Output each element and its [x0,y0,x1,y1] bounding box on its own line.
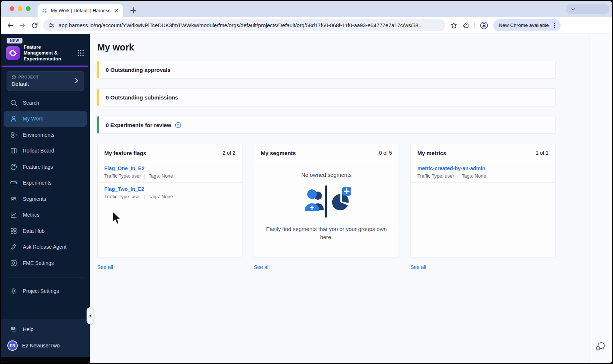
sidebar-item-segments[interactable]: Segments [4,191,87,207]
sidebar-nav: Search My Work Environments Rollout Boar… [1,95,90,299]
sidebar-item-feature-flags[interactable]: Feature flags [4,159,87,175]
alert-outstanding-submissions: 0 Outstanding submissions [97,88,556,106]
sidebar-item-label: Feature flags [23,164,53,170]
sidebar-item-ask-release-agent[interactable]: Ask Release Agent [4,239,87,255]
sidebar-bottom-edge [1,357,90,363]
my-segments-card: My segments 0 of 5 No owned segments [254,144,399,257]
tab-close-icon[interactable] [113,8,119,14]
feature-flag-row: Flag_One_In_E2 Traffic Type: user | Tags… [98,162,242,183]
window-close-button[interactable] [10,6,14,11]
user-menu[interactable]: EN E2 NewuserTwo [1,337,90,354]
project-label: PROJECT [18,75,39,79]
sidebar-item-label: Environments [23,132,55,138]
browser-tab[interactable]: My Work | Default | Harness [38,4,123,17]
sidebar-item-search[interactable]: Search [4,95,87,111]
reload-icon[interactable] [31,22,38,29]
module-grid-icon[interactable] [77,49,85,57]
window-zoom-button[interactable] [26,6,31,11]
alert-text: 0 Outstanding approvals [106,67,171,73]
sidebar: NEW Feature Management & Experimentation… [1,34,90,363]
traffic-type: Traffic Type: user [417,173,454,179]
window-minimize-button[interactable] [18,6,22,11]
url-text: app.harness.io/ng/account/YWdkwNPiTceDUK… [59,22,440,28]
card-title: My metrics [417,150,446,156]
app-title: Feature Management & Experimentation [24,44,67,62]
see-all-metrics-link[interactable]: See all [410,264,426,270]
user-icon [10,115,18,123]
feature-flag-row: Flag_Two_In_E2 Traffic Type: user | Tags… [98,183,242,203]
data-hub-icon [10,227,18,235]
sidebar-item-my-work[interactable]: My Work [4,111,87,127]
sidebar-item-label: Ask Release Agent [23,244,66,250]
sidebar-item-data-hub[interactable]: Data Hub [4,223,87,239]
right-panel-gutter [589,34,612,363]
profile-icon[interactable] [480,21,488,30]
sidebar-item-metrics[interactable]: Metrics [4,207,87,223]
board-columns-icon [10,147,18,155]
my-metrics-card: My metrics 1 of 1 metric-created-by-an-a… [410,144,556,257]
alert-experiments-for-review: 0 Experiments for review ? [97,116,556,134]
browser-titlebar: My Work | Default | Harness [1,1,612,17]
sidebar-item-fme-settings[interactable]: FME Settings [4,255,87,271]
sidebar-item-label: Data Hub [23,228,45,234]
svg-text:?: ? [13,328,14,330]
sidebar-item-label: Metrics [23,212,39,218]
kebab-menu-icon[interactable] [551,22,558,29]
metric-link[interactable]: metric-created-by-an-admin [417,165,549,171]
chevron-right-icon [74,78,79,83]
new-tab-icon[interactable] [129,6,138,15]
sidebar-item-label: My Work [23,116,43,122]
sidebar-footer: ? Help EN E2 NewuserTwo [1,319,90,358]
sparkles-icon [10,243,18,251]
extensions-icon[interactable] [462,22,470,29]
sidebar-item-help[interactable]: ? Help [4,322,87,338]
collapse-arrow-icon [89,314,92,318]
chrome-update-label: New Chrome available [499,22,549,28]
flag-icon [10,163,18,171]
forward-icon[interactable] [19,22,26,29]
see-all-segments-link[interactable]: See all [254,264,270,270]
back-icon[interactable] [7,22,14,29]
project-name: Default [11,81,79,87]
tab-search-button[interactable] [566,4,609,14]
help-chat-icon: ? [10,325,18,333]
project-selector[interactable]: PROJECT Default [7,71,84,91]
browser-toolbar: app.harness.io/ng/account/YWdkwNPiTceDUK… [1,17,612,34]
cube-icon [11,75,16,80]
avatar: EN [7,340,18,351]
sidebar-collapse-handle[interactable] [87,307,94,324]
main-content: My work 0 Outstanding approvals 0 Outsta… [90,34,589,363]
help-circle-icon[interactable]: ? [175,122,181,128]
sidebar-item-label: Help [23,326,34,332]
site-controls-icon[interactable] [48,22,55,28]
flag-link[interactable]: Flag_Two_In_E2 [104,186,235,192]
sidebar-item-project-settings[interactable]: Project Settings [4,283,87,300]
card-count: 2 of 2 [223,150,235,156]
address-bar[interactable]: app.harness.io/ng/account/YWdkwNPiTceDUK… [43,19,445,31]
sidebar-item-label: Rollout Board [23,148,54,154]
bookmark-star-icon[interactable] [450,22,458,29]
fme-app-logo [6,46,20,60]
empty-state-title: No owned segments [301,172,352,178]
metric-row: metric-created-by-an-admin Traffic Type:… [411,162,555,183]
sidebar-item-label: FME Settings [23,260,54,266]
see-all-feature-flags-link[interactable]: See all [97,264,113,270]
chart-icon [10,211,18,219]
sidebar-item-environments[interactable]: Environments [4,127,87,143]
tab-title: My Work | Default | Harness [51,8,111,13]
meta-separator: | [144,174,145,179]
tags: Tags: None [149,173,173,179]
sidebar-item-rollout-board[interactable]: Rollout Board [4,143,87,159]
flag-link[interactable]: Flag_One_In_E2 [104,165,235,171]
brand-accent-line [2,66,88,67]
chrome-update-button[interactable]: New Chrome available [493,19,561,31]
chevron-down-icon [570,6,576,12]
sidebar-item-experiments[interactable]: Experiments [4,175,87,191]
chat-bubbles-icon[interactable] [595,340,606,351]
page-title: My work [97,42,589,53]
user-name: E2 NewuserTwo [22,343,60,349]
empty-state-description: Easily find segments that you or your gr… [263,225,390,241]
search-icon [10,99,18,107]
sidebar-divider [7,277,84,277]
ruler-icon [10,179,18,187]
